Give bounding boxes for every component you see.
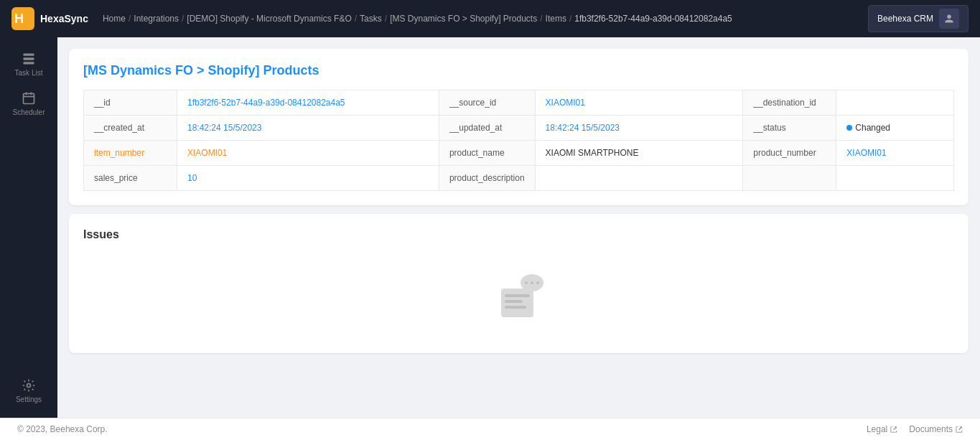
field-label-product-number: product_number (743, 141, 836, 166)
status-badge: Changed (846, 123, 943, 133)
breadcrumb-products[interactable]: [MS Dynamics FO > Shopify] Products (390, 14, 537, 24)
table-row: __created_at 18:42:24 15/5/2023 __update… (84, 116, 954, 141)
task-list-icon (22, 52, 36, 66)
user-name: Beehexa CRM (877, 14, 933, 24)
sidebar-item-scheduler[interactable]: Scheduler (4, 85, 54, 122)
scheduler-icon (22, 91, 36, 106)
breadcrumb-home[interactable]: Home (103, 14, 126, 24)
svg-point-18 (536, 281, 539, 284)
empty-state (83, 253, 954, 339)
field-value-product-desc (535, 166, 743, 191)
page-footer: © 2023, Beehexa Corp. Legal Documents (0, 418, 980, 440)
table-row: __id 1fb3f2f6-52b7-44a9-a39d-08412082a4a… (84, 90, 954, 116)
breadcrumb-tasks[interactable]: Tasks (360, 14, 382, 24)
field-value-empty (836, 166, 954, 191)
svg-rect-11 (505, 294, 530, 297)
breadcrumb: Home / Integrations / [DEMO] Shopify - M… (103, 14, 862, 24)
status-text: Changed (855, 123, 890, 133)
field-label-id: __id (84, 90, 177, 116)
footer-copyright: © 2023, Beehexa Corp. (17, 424, 108, 434)
footer-links: Legal Documents (867, 424, 963, 434)
footer-legal-label: Legal (867, 424, 887, 434)
table-row: sales_price 10 product_description (84, 166, 954, 191)
settings-icon (22, 378, 36, 393)
field-value-sales-price[interactable]: 10 (177, 166, 439, 191)
logo-area[interactable]: H HexaSync (11, 7, 88, 30)
breadcrumb-integrations[interactable]: Integrations (134, 14, 179, 24)
sidebar-item-task-list[interactable]: Task List (4, 46, 54, 83)
issues-title: Issues (83, 228, 954, 241)
footer-link-documents[interactable]: Documents (909, 424, 963, 434)
empty-illustration (483, 267, 555, 324)
main-content: [MS Dynamics FO > Shopify] Products __id… (57, 37, 980, 418)
sidebar-item-settings-label: Settings (16, 395, 42, 403)
status-dot (846, 125, 852, 131)
sidebar-item-settings[interactable]: Settings (4, 373, 54, 409)
breadcrumb-current: 1fb3f2f6-52b7-44a9-a39d-08412082a4a5 (574, 14, 732, 24)
svg-point-17 (531, 281, 533, 284)
issues-card: Issues (69, 214, 969, 353)
svg-rect-12 (505, 300, 523, 303)
field-value-created-at[interactable]: 18:42:24 15/5/2023 (177, 116, 439, 141)
svg-point-16 (525, 281, 528, 284)
field-value-dest-id (836, 90, 954, 116)
svg-point-9 (27, 384, 31, 388)
field-label-product-name: product_name (439, 141, 535, 166)
user-avatar (939, 9, 959, 29)
field-value-id[interactable]: 1fb3f2f6-52b7-44a9-a39d-08412082a4a5 (177, 90, 439, 116)
table-row: item_number XIAOMI01 product_name XIAOMI… (84, 141, 954, 166)
external-link-icon-2 (956, 426, 963, 433)
field-value-item-number[interactable]: XIAOMI01 (177, 141, 439, 166)
field-label-empty (743, 166, 836, 191)
top-nav: H HexaSync Home / Integrations / [DEMO] … (0, 0, 980, 37)
data-table: __id 1fb3f2f6-52b7-44a9-a39d-08412082a4a… (83, 90, 954, 191)
svg-text:H: H (14, 11, 24, 26)
footer-link-legal[interactable]: Legal (867, 424, 897, 434)
field-label-created-at: __created_at (84, 116, 177, 141)
sidebar-item-scheduler-label: Scheduler (12, 108, 45, 116)
layout: Task List Scheduler Settings [MS Dynamic… (0, 37, 980, 418)
field-label-product-desc: product_description (439, 166, 535, 191)
footer-documents-label: Documents (909, 424, 953, 434)
svg-rect-4 (24, 62, 34, 64)
logo-text: HexaSync (40, 13, 88, 24)
breadcrumb-items[interactable]: Items (546, 14, 566, 24)
field-label-item-number: item_number (84, 141, 177, 166)
field-value-updated-at[interactable]: 18:42:24 15/5/2023 (535, 116, 743, 141)
field-value-source-id[interactable]: XIAOMI01 (535, 90, 743, 116)
field-value-product-number[interactable]: XIAOMI01 (836, 141, 954, 166)
external-link-icon (890, 426, 897, 433)
field-label-updated-at: __updated_at (439, 116, 535, 141)
field-value-product-name: XIAOMI SMARTPHONE (535, 141, 743, 166)
svg-rect-2 (24, 54, 34, 56)
logo-icon: H (11, 7, 34, 30)
user-button[interactable]: Beehexa CRM (868, 5, 969, 32)
card-title: [MS Dynamics FO > Shopify] Products (83, 63, 954, 78)
field-label-source-id: __source_id (439, 90, 535, 116)
svg-rect-3 (24, 57, 34, 60)
field-label-sales-price: sales_price (84, 166, 177, 191)
svg-rect-13 (505, 306, 526, 309)
field-label-status: __status (743, 116, 836, 141)
products-card: [MS Dynamics FO > Shopify] Products __id… (69, 49, 969, 205)
svg-rect-5 (24, 93, 34, 103)
sidebar-item-task-list-label: Task List (15, 69, 43, 77)
field-label-dest-id: __destination_id (743, 90, 836, 116)
sidebar: Task List Scheduler Settings (0, 37, 57, 418)
breadcrumb-demo[interactable]: [DEMO] Shopify - Microsoft Dynamics F&O (187, 14, 351, 24)
field-value-status: Changed (836, 116, 954, 141)
user-area: Beehexa CRM (868, 5, 969, 32)
